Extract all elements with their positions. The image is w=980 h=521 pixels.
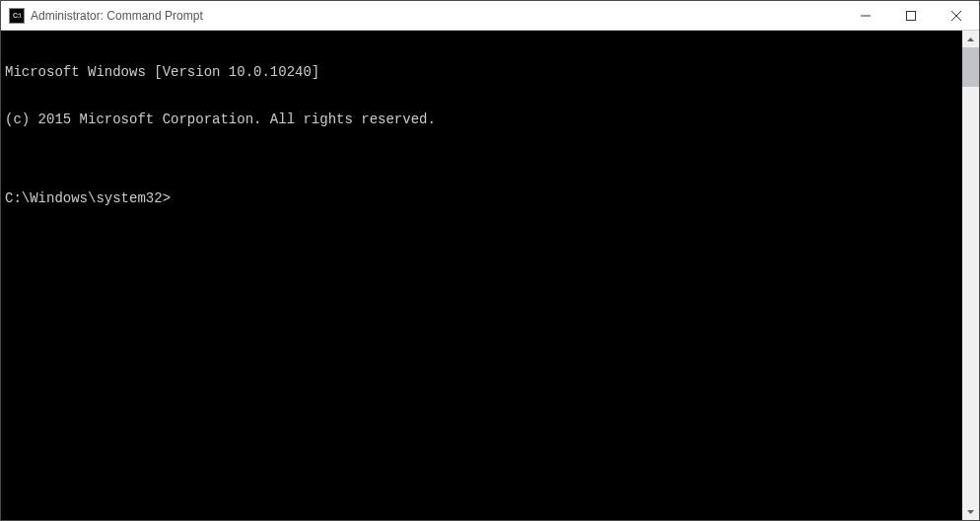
- terminal-prompt: C:\Windows\system32>: [5, 190, 958, 206]
- terminal-line: (c) 2015 Microsoft Corporation. All righ…: [5, 112, 958, 127]
- command-prompt-window: C:\ Administrator: Command Prompt Micros…: [0, 0, 980, 521]
- minimize-button[interactable]: [843, 1, 888, 30]
- svg-marker-5: [967, 510, 974, 514]
- terminal-output[interactable]: Microsoft Windows [Version 10.0.10240] (…: [1, 31, 962, 520]
- close-button[interactable]: [934, 1, 979, 30]
- svg-rect-1: [907, 11, 916, 20]
- content-area: Microsoft Windows [Version 10.0.10240] (…: [1, 31, 979, 520]
- window-title: Administrator: Command Prompt: [31, 9, 843, 23]
- scrollbar-thumb[interactable]: [962, 47, 979, 87]
- minimize-icon: [861, 11, 871, 21]
- scroll-down-button[interactable]: [962, 503, 979, 520]
- chevron-down-icon: [967, 510, 974, 514]
- chevron-up-icon: [967, 37, 974, 41]
- vertical-scrollbar[interactable]: [962, 31, 979, 520]
- scrollbar-track[interactable]: [962, 47, 979, 503]
- titlebar[interactable]: C:\ Administrator: Command Prompt: [1, 1, 979, 31]
- app-icon-label: C:\: [13, 12, 21, 19]
- svg-marker-4: [967, 37, 974, 41]
- window-controls: [843, 1, 979, 30]
- maximize-icon: [906, 11, 916, 21]
- scroll-up-button[interactable]: [962, 31, 979, 47]
- close-icon: [951, 11, 961, 21]
- maximize-button[interactable]: [888, 1, 934, 30]
- app-icon: C:\: [9, 8, 25, 24]
- terminal-line: Microsoft Windows [Version 10.0.10240]: [5, 64, 958, 80]
